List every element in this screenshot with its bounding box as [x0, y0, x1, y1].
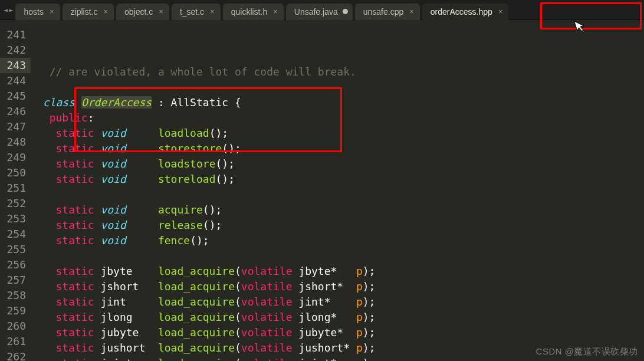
- code-token: volatile: [241, 265, 293, 277]
- code-token: p: [356, 311, 363, 323]
- code-line[interactable]: [31, 187, 644, 202]
- code-token: p: [356, 296, 363, 308]
- tab-label: quicklist.h: [231, 7, 267, 17]
- code-token: [94, 204, 101, 216]
- code-token: (: [235, 357, 241, 361]
- code-token: storeload: [158, 173, 216, 185]
- code-token: [94, 127, 101, 139]
- close-icon[interactable]: ×: [272, 7, 279, 16]
- code-token: juint: [94, 357, 158, 361]
- tab-unsafe-java[interactable]: Unsafe.java: [286, 4, 353, 20]
- tab-object-c[interactable]: object.c×: [116, 4, 169, 20]
- code-token: [126, 142, 158, 155]
- line-number: 259: [0, 303, 31, 319]
- code-line[interactable]: [31, 80, 644, 95]
- code-token: loadload: [158, 127, 209, 139]
- code-token: static: [56, 142, 94, 155]
- tab-label: hosts: [24, 7, 43, 17]
- code-token: p: [356, 357, 363, 361]
- tab-nav-left-icon[interactable]: ◄: [4, 6, 8, 14]
- code-line[interactable]: static jbyte load_acquire(volatile jbyte…: [31, 264, 644, 279]
- code-line[interactable]: static jushort load_acquire(volatile jus…: [31, 340, 644, 356]
- code-line[interactable]: static void release();: [31, 218, 644, 233]
- close-icon[interactable]: ×: [408, 7, 415, 16]
- code-token: );: [363, 311, 376, 323]
- code-token: volatile: [241, 311, 293, 323]
- tab-orderaccess-hpp[interactable]: orderAccess.hpp×: [422, 4, 509, 20]
- code-token: [94, 157, 101, 170]
- code-token: // are violated, a whole lot of code wil…: [37, 65, 356, 78]
- code-token: [94, 142, 101, 155]
- code-line[interactable]: static void loadload();: [31, 126, 644, 141]
- code-token: jbyte: [94, 265, 158, 277]
- code-token: jubyte: [94, 326, 158, 339]
- code-token: storestore: [158, 142, 222, 155]
- code-token: [37, 250, 43, 262]
- code-line[interactable]: static void fence();: [31, 233, 644, 248]
- code-token: static: [56, 280, 94, 293]
- code-token: void: [100, 173, 126, 185]
- code-token: (: [235, 280, 241, 293]
- code-token: void: [100, 234, 126, 247]
- code-line[interactable]: static jubyte load_acquire(volatile juby…: [31, 325, 644, 340]
- code-line[interactable]: [31, 248, 644, 264]
- code-token: load_acquire: [158, 357, 235, 361]
- line-number: 252: [0, 196, 31, 211]
- close-icon[interactable]: ×: [157, 7, 165, 16]
- line-number: 243: [0, 58, 31, 73]
- tab-ziplist-c[interactable]: ziplist.c×: [63, 4, 114, 20]
- close-icon[interactable]: ×: [48, 7, 55, 16]
- tab-t_set-c[interactable]: t_set.c×: [172, 4, 221, 20]
- code-token: load_acquire: [158, 265, 235, 277]
- code-line[interactable]: static jshort load_acquire(volatile jsho…: [31, 279, 644, 294]
- code-token: AllStatic: [171, 96, 229, 109]
- code-token: [37, 326, 56, 339]
- code-token: p: [356, 326, 363, 339]
- code-area[interactable]: // are violated, a whole lot of code wil…: [31, 20, 644, 361]
- line-number: 249: [0, 150, 31, 165]
- code-token: jbyte*: [293, 265, 356, 277]
- close-icon[interactable]: ×: [497, 7, 504, 16]
- tab-nav-right-icon[interactable]: ►: [9, 6, 13, 14]
- code-line[interactable]: static jint load_acquire(volatile jint* …: [31, 294, 644, 310]
- code-line[interactable]: class OrderAccess : AllStatic {: [31, 95, 644, 110]
- code-token: load_acquire: [158, 296, 235, 308]
- line-number: 244: [0, 73, 31, 88]
- code-token: [37, 311, 56, 323]
- code-token: [37, 96, 43, 109]
- close-icon[interactable]: ×: [102, 7, 109, 16]
- code-token: load_acquire: [158, 342, 235, 354]
- code-line[interactable]: static void acquire();: [31, 202, 644, 218]
- code-line[interactable]: // are violated, a whole lot of code wil…: [31, 64, 644, 80]
- close-icon[interactable]: ×: [209, 7, 216, 16]
- code-token: [37, 219, 56, 231]
- code-token: static: [56, 265, 94, 277]
- code-token: volatile: [241, 296, 293, 308]
- tab-label: Unsafe.java: [294, 7, 338, 17]
- code-line[interactable]: static jlong load_acquire(volatile jlong…: [31, 310, 644, 325]
- code-token: [126, 234, 158, 247]
- code-line[interactable]: static void storeload();: [31, 172, 644, 187]
- tab-hosts[interactable]: hosts×: [15, 4, 60, 20]
- code-line[interactable]: public:: [31, 110, 644, 126]
- tab-quicklist-h[interactable]: quicklist.h×: [223, 4, 284, 20]
- tab-unsafe-cpp[interactable]: unsafe.cpp×: [355, 4, 420, 20]
- code-line[interactable]: static void loadstore();: [31, 156, 644, 172]
- code-token: );: [363, 265, 376, 277]
- code-token: jlong*: [293, 311, 356, 323]
- code-line[interactable]: static juint load_acquire(volatile juint…: [31, 356, 644, 361]
- code-token: [37, 111, 50, 124]
- code-token: [37, 81, 43, 93]
- code-token: static: [56, 157, 94, 170]
- code-token: volatile: [241, 357, 293, 361]
- editor-viewport[interactable]: 2412422432442452462472482492502512522532…: [0, 20, 644, 361]
- code-line[interactable]: static void storestore();: [31, 141, 644, 156]
- code-token: jint: [94, 296, 158, 308]
- code-token: );: [363, 357, 376, 361]
- code-token: public: [50, 111, 88, 124]
- code-token: static: [56, 311, 94, 323]
- line-number: 247: [0, 119, 31, 134]
- code-token: [37, 357, 56, 361]
- code-token: static: [56, 296, 94, 308]
- line-number: 250: [0, 165, 31, 180]
